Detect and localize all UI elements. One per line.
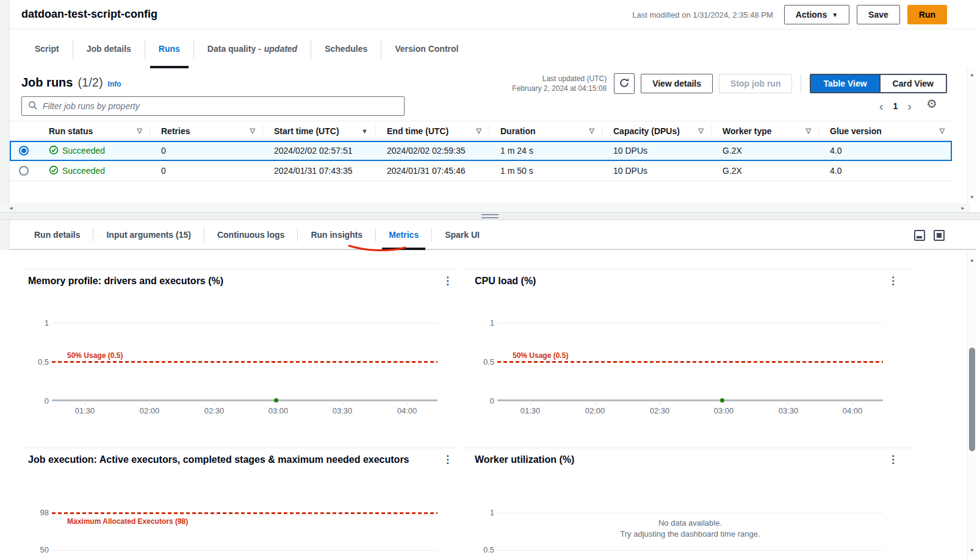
column-label: Start time (UTC)	[274, 126, 339, 136]
column-header-duration[interactable]: Duration ▽	[489, 125, 602, 137]
column-header-capacity[interactable]: Capacity (DPUs) ▽	[602, 125, 712, 137]
tab-spark-ui[interactable]: Spark UI	[432, 220, 492, 249]
sort-desc-icon[interactable]: ▼	[361, 127, 368, 135]
column-header-run-status[interactable]: Run status ▽	[38, 125, 150, 137]
column-header-end-time[interactable]: End time (UTC) ▽	[376, 125, 489, 137]
kebab-menu-icon[interactable]: ⋮	[442, 277, 453, 285]
table-row[interactable]: Succeeded 0 2024/01/31 07:43:35 2024/01/…	[10, 161, 952, 181]
gear-icon[interactable]: ⚙	[926, 96, 937, 111]
scroll-left-icon[interactable]: ◄	[9, 206, 13, 211]
y-tick: 1	[476, 318, 494, 327]
maximize-panel-icon[interactable]	[934, 230, 945, 241]
run-select-radio[interactable]	[19, 146, 29, 156]
collapse-panel-icon[interactable]	[914, 230, 925, 241]
x-tickmark	[214, 402, 215, 405]
duration-cell: 1 m 50 s	[489, 166, 602, 176]
table-view-toggle[interactable]: Table View	[811, 75, 879, 92]
worker-type-cell: G.2X	[712, 166, 819, 176]
scroll-down-icon[interactable]: ▼	[968, 548, 976, 553]
run-select-radio[interactable]	[19, 166, 29, 176]
tab-data-quality-label: Data quality -	[207, 44, 261, 54]
x-axis-line	[52, 399, 438, 401]
filter-icon[interactable]: ▽	[940, 127, 945, 135]
tab-input-arguments-label: Input arguments (15)	[106, 230, 190, 240]
header-actions: Last modified on 1/31/2024, 2:35:48 PM A…	[632, 5, 947, 24]
filter-icon[interactable]: ▽	[699, 127, 704, 135]
tab-schedules[interactable]: Schedules	[311, 29, 381, 68]
x-tick: 02:00	[577, 406, 613, 415]
tab-version-control[interactable]: Version Control	[381, 29, 472, 68]
column-header-worker-type[interactable]: Worker type ▽	[712, 125, 819, 137]
scroll-up-icon[interactable]: ▲	[968, 72, 976, 77]
page-prev-button[interactable]: ‹	[879, 98, 884, 115]
scroll-right-icon[interactable]: ►	[960, 206, 965, 211]
table-row[interactable]: Succeeded 0 2024/02/02 02:57:51 2024/02/…	[10, 141, 952, 161]
chart-title-memory: Memory profile: drivers and executors (%…	[28, 276, 223, 287]
splitter-drag-handle[interactable]	[481, 214, 499, 218]
column-label: Worker type	[722, 126, 772, 136]
column-header-start-time[interactable]: Start time (UTC) ▼	[263, 125, 376, 137]
data-point	[274, 398, 278, 402]
tab-input-arguments[interactable]: Input arguments (15)	[93, 220, 203, 249]
run-button[interactable]: Run	[907, 5, 947, 24]
kebab-menu-icon[interactable]: ⋮	[888, 456, 898, 464]
card-view-toggle[interactable]: Card View	[879, 75, 946, 92]
filter-icon[interactable]: ▽	[806, 127, 811, 135]
search-icon	[28, 101, 38, 112]
tab-script[interactable]: Script	[21, 29, 73, 68]
filter-input[interactable]	[43, 101, 398, 111]
job-runs-heading: Job runs (1/2) Info	[21, 76, 121, 90]
kebab-menu-icon[interactable]: ⋮	[888, 277, 898, 285]
info-link[interactable]: Info	[108, 80, 121, 88]
threshold-label: 50% Usage (0.5)	[513, 351, 568, 360]
x-tickmark	[407, 402, 408, 405]
column-header-retries[interactable]: Retries ▽	[150, 125, 263, 137]
x-tick: 04:00	[834, 406, 871, 415]
x-tick: 02:30	[196, 406, 232, 415]
save-button[interactable]: Save	[857, 5, 900, 24]
scroll-down-icon[interactable]: ▼	[968, 195, 976, 200]
actions-button[interactable]: Actions ▼	[784, 5, 849, 24]
table-vertical-scrollbar[interactable]: ▲ ▼	[967, 68, 976, 204]
tab-job-details[interactable]: Job details	[73, 29, 145, 68]
threshold-line	[497, 361, 883, 363]
actions-button-label: Actions	[796, 10, 827, 20]
gridline	[497, 323, 883, 323]
table-horizontal-scrollbar[interactable]	[0, 203, 970, 212]
column-header-glue-version[interactable]: Glue version ▽	[819, 125, 952, 137]
scroll-up-icon[interactable]: ▲	[968, 257, 976, 263]
panel-layout-controls	[914, 230, 945, 241]
end-time-cell: 2024/02/02 02:59:35	[376, 146, 489, 156]
metrics-vertical-scrollbar[interactable]: ▲ ▼	[967, 251, 976, 558]
tab-continuous-logs[interactable]: Continuous logs	[204, 220, 297, 249]
card-divider	[21, 269, 456, 270]
y-tick: 50	[31, 545, 49, 554]
filter-icon[interactable]: ▽	[589, 127, 594, 135]
page-number[interactable]: 1	[893, 101, 898, 111]
filter-icon[interactable]: ▽	[250, 127, 255, 135]
refresh-button[interactable]	[614, 73, 635, 94]
main-tab-bar: Script Job details Runs Data quality - u…	[10, 29, 976, 68]
tab-run-details[interactable]: Run details	[21, 220, 93, 249]
red-underline-annotation	[347, 243, 408, 253]
x-tick: 03:30	[770, 406, 807, 415]
filter-icon[interactable]: ▽	[477, 127, 481, 135]
kebab-menu-icon[interactable]: ⋮	[442, 456, 453, 464]
tab-runs-label: Runs	[159, 44, 180, 54]
tab-data-quality[interactable]: Data quality - updated	[194, 29, 311, 68]
scrollbar-thumb[interactable]	[969, 348, 975, 451]
view-toggle: Table View Card View	[810, 74, 947, 93]
view-details-button[interactable]: View details	[641, 74, 713, 93]
filter-icon[interactable]: ▽	[137, 127, 142, 135]
x-tickmark	[150, 402, 150, 405]
x-axis-line	[497, 399, 883, 401]
run-status-cell: Succeeded	[38, 145, 150, 157]
tab-schedules-label: Schedules	[325, 44, 367, 54]
check-circle-icon	[49, 165, 59, 177]
page-next-button[interactable]: ›	[907, 98, 912, 115]
tab-runs[interactable]: Runs	[145, 29, 193, 68]
tab-metrics-label: Metrics	[389, 230, 419, 240]
y-tick: 0	[476, 396, 494, 406]
start-time-cell: 2024/01/31 07:43:35	[263, 166, 376, 176]
x-tick: 01:30	[512, 406, 549, 415]
